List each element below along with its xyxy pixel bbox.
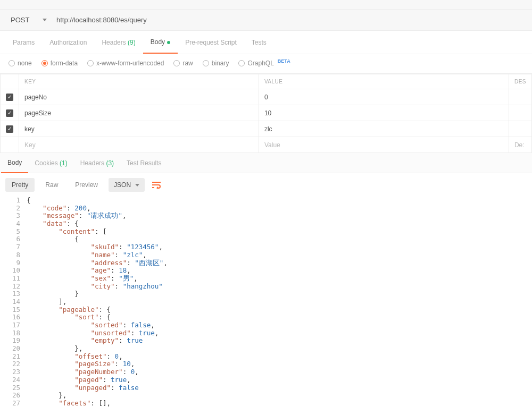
form-data-table: KEY VALUE DES ✓pageNo0✓pageSize10✓keyzlc: [0, 74, 532, 153]
checkbox-icon[interactable]: ✓: [6, 109, 13, 117]
key-input[interactable]: [24, 141, 253, 149]
radio-urlencoded[interactable]: x-www-form-urlencoded: [87, 60, 164, 67]
col-key: KEY: [19, 74, 259, 89]
radio-icon: [41, 60, 48, 66]
url-input[interactable]: [52, 13, 527, 28]
radio-icon: [203, 60, 209, 66]
radio-binary[interactable]: binary: [203, 60, 229, 67]
body-type-row: none form-data x-www-form-urlencoded raw…: [0, 54, 532, 74]
tab-params[interactable]: Params: [5, 31, 42, 53]
resp-tab-testresults[interactable]: Test Results: [120, 153, 168, 173]
value-input[interactable]: [264, 141, 503, 149]
tab-authorization[interactable]: Authorization: [42, 31, 94, 53]
table-row: ✓keyzlc: [1, 121, 532, 137]
radio-icon: [9, 60, 15, 66]
table-row: ✓pageSize10: [1, 105, 532, 121]
method-label: POST: [11, 16, 29, 24]
desc-cell[interactable]: [509, 105, 531, 121]
view-preview[interactable]: Preview: [69, 178, 104, 192]
view-pretty[interactable]: Pretty: [5, 178, 35, 192]
format-select[interactable]: JSON: [109, 178, 145, 192]
request-tabs: Params Authorization Headers (9) Body Pr…: [0, 31, 532, 54]
value-cell[interactable]: zlc: [259, 121, 509, 137]
line-gutter: 1234567891011121314151617181920212223242…: [0, 197, 27, 408]
chevron-down-icon: [135, 184, 139, 187]
window-chrome-top: [0, 0, 532, 10]
wrap-icon: [152, 181, 161, 189]
tab-body[interactable]: Body: [143, 31, 178, 54]
code-content: { "code": 200, "message": "请求成功", "data"…: [27, 197, 532, 408]
col-desc: DES: [509, 74, 531, 89]
radio-raw[interactable]: raw: [173, 60, 193, 67]
response-body[interactable]: 1234567891011121314151617181920212223242…: [0, 197, 532, 408]
radio-graphql[interactable]: GraphQLBETA: [238, 60, 290, 67]
desc-cell[interactable]: [509, 89, 531, 105]
active-dot-icon: [167, 41, 170, 44]
key-cell[interactable]: key: [19, 121, 259, 137]
desc-cell[interactable]: [509, 121, 531, 137]
radio-icon: [238, 60, 245, 66]
value-cell[interactable]: 0: [259, 89, 509, 105]
tab-headers[interactable]: Headers (9): [94, 31, 143, 53]
chevron-down-icon: [43, 19, 47, 21]
col-value: VALUE: [259, 74, 509, 89]
tab-prerequest[interactable]: Pre-request Script: [178, 31, 244, 53]
table-row-empty: [1, 137, 532, 153]
response-toolbar: Pretty Raw Preview JSON: [0, 173, 532, 197]
method-select[interactable]: POST: [5, 13, 52, 28]
table-row: ✓pageNo0: [1, 89, 532, 105]
key-cell[interactable]: pageSize: [19, 105, 259, 121]
resp-tab-headers[interactable]: Headers (3): [74, 153, 120, 173]
response-tabs: Body Cookies (1) Headers (3) Test Result…: [0, 153, 532, 173]
desc-input[interactable]: [514, 141, 526, 149]
tab-tests[interactable]: Tests: [244, 31, 274, 53]
radio-icon: [87, 60, 94, 66]
checkbox-icon[interactable]: ✓: [6, 125, 13, 133]
col-check: [1, 74, 19, 89]
radio-form-data[interactable]: form-data: [41, 60, 78, 67]
resp-tab-cookies[interactable]: Cookies (1): [28, 153, 73, 173]
radio-icon: [173, 60, 180, 66]
view-raw[interactable]: Raw: [39, 178, 64, 192]
checkbox-icon[interactable]: ✓: [6, 94, 13, 101]
value-cell[interactable]: 10: [259, 105, 509, 121]
request-row: POST: [0, 10, 532, 31]
key-cell[interactable]: pageNo: [19, 89, 259, 105]
radio-none[interactable]: none: [9, 60, 32, 67]
beta-badge: BETA: [278, 58, 290, 64]
resp-tab-body[interactable]: Body: [1, 153, 28, 173]
wrap-lines-button[interactable]: [149, 177, 164, 192]
